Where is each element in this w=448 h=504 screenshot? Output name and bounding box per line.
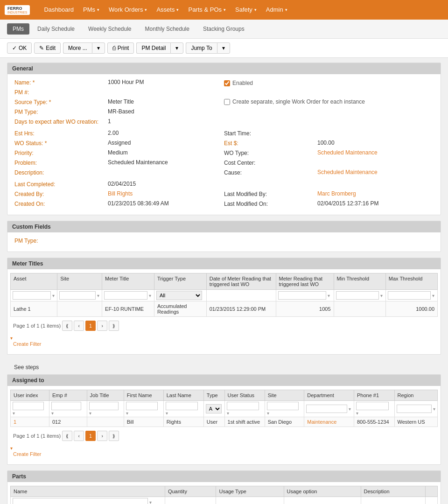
filter-site-icon[interactable]: ▾ (97, 293, 99, 298)
col-site: Site (265, 390, 304, 401)
filter-min-threshold-icon[interactable]: ▾ (380, 293, 383, 298)
filter-site[interactable] (59, 291, 96, 300)
nav-dashboard[interactable]: Dashboard (39, 0, 78, 20)
pm-detail-button[interactable]: PM Detail (136, 42, 170, 54)
meter-titles-current-page[interactable]: 1 (85, 321, 96, 331)
assigned-to-next-page[interactable]: › (97, 431, 107, 441)
priority-label: Priority: (14, 149, 108, 156)
print-button[interactable]: ⎙ Print (107, 42, 134, 54)
col-user-status: User Status (224, 390, 265, 401)
assigned-to-table: User index Emp # Job Title First Name La… (10, 390, 438, 427)
subnav-weekly-schedule[interactable]: Weekly Schedule (83, 23, 137, 35)
created-by-value: Bill Rights (108, 190, 133, 197)
more-arrow-button[interactable]: ▾ (92, 42, 105, 54)
col-parts-usage-option: Usage option (284, 486, 361, 497)
mt-meter-title: EF-10 RUNTIME (102, 301, 154, 317)
last-modified-on-value: 02/04/2015 12:37:16 PM (317, 200, 378, 207)
col-last-name: Last Name (163, 390, 203, 401)
nav-admin-arrow: ▾ (285, 0, 287, 20)
filter-user-index[interactable] (13, 402, 44, 410)
meter-titles-header-row: Asset Site Meter Title Trigger Type Date… (11, 273, 438, 290)
meter-titles-prev-page[interactable]: ‹ (74, 321, 84, 331)
filter-phone-icon[interactable]: ▾ (356, 411, 358, 416)
filter-type[interactable]: All User (206, 404, 222, 413)
filter-user-status-icon[interactable]: ▾ (227, 411, 229, 416)
meter-titles-first-page[interactable]: ⟪ (62, 321, 72, 331)
filter-department[interactable] (306, 405, 347, 413)
create-filter-at-icon: ▾ (10, 446, 13, 451)
nav-assets[interactable]: Assets ▾ (152, 0, 183, 20)
cost-center-label: Cost Center: (224, 159, 317, 166)
filter-last-name[interactable] (166, 402, 198, 410)
filter-min-threshold[interactable] (336, 291, 379, 300)
meter-titles-pagination: Page 1 of 1 (1 items) ⟪ ‹ 1 › ⟫ (10, 317, 438, 335)
parts-section: Parts Name Quantity Usage Type Usage opt… (7, 470, 441, 504)
filter-meter-reading-icon[interactable]: ▾ (328, 293, 330, 298)
filter-max-threshold[interactable] (388, 291, 431, 300)
at-job-title (87, 417, 124, 427)
meter-titles-last-page[interactable]: ⟫ (109, 321, 119, 331)
assigned-to-first-page[interactable]: ⟪ (62, 431, 72, 441)
filter-job-title-icon[interactable]: ▾ (89, 411, 91, 416)
col-date-reading: Date of Meter Reading that triggered las… (206, 273, 276, 290)
filter-first-name[interactable] (126, 402, 158, 410)
meter-titles-next-page[interactable]: › (97, 321, 107, 331)
subnav-monthly-schedule[interactable]: Monthly Schedule (140, 23, 195, 35)
subnav-daily-schedule[interactable]: Daily Schedule (32, 23, 80, 35)
filter-meter-title[interactable] (104, 291, 147, 300)
filter-at-site-icon[interactable]: ▾ (267, 411, 269, 416)
create-filter-meter-link[interactable]: Create Filter (10, 341, 438, 350)
nav-work-orders[interactable]: Work Orders ▾ (104, 0, 152, 20)
subnav-pms[interactable]: PMs (7, 23, 29, 35)
filter-trigger-type[interactable]: All Accumulated Readings (156, 291, 202, 300)
filter-meter-reading[interactable] (278, 291, 327, 300)
jump-to-arrow-button[interactable]: ▾ (217, 42, 230, 54)
nav-assets-arrow: ▾ (176, 0, 179, 20)
filter-first-name-icon[interactable]: ▾ (126, 411, 128, 416)
filter-last-name-icon[interactable]: ▾ (166, 411, 168, 416)
filter-user-status[interactable] (227, 402, 259, 410)
custom-fields-header: Custom Fields (7, 221, 441, 232)
nav-safety[interactable]: Safety ▾ (231, 0, 261, 20)
filter-at-site[interactable] (267, 402, 299, 410)
nav-admin[interactable]: Admin ▾ (261, 0, 292, 20)
filter-region-icon[interactable]: ▾ (433, 406, 435, 412)
nav-parts-pos[interactable]: Parts & POs ▾ (183, 0, 231, 20)
pm-detail-arrow-button[interactable]: ▾ (170, 42, 183, 54)
filter-asset-icon[interactable]: ▾ (52, 293, 55, 298)
at-phone: 800-555-1234 (354, 417, 395, 427)
pm-type-label: PM Type: (14, 108, 108, 115)
assigned-to-current-page[interactable]: 1 (85, 431, 96, 441)
filter-parts-name-icon[interactable]: ▾ (149, 500, 152, 504)
parts-header: Parts (7, 471, 441, 482)
est-s-label: Est $: (224, 140, 317, 147)
subnav-stacking-groups[interactable]: Stacking Groups (197, 23, 250, 35)
ok-button[interactable]: ✓ OK (7, 42, 32, 54)
separate-wo-checkbox[interactable] (224, 99, 230, 105)
jump-to-button[interactable]: Jump To (186, 42, 217, 54)
filter-emp-icon[interactable]: ▾ (51, 411, 54, 416)
filter-region[interactable] (397, 405, 432, 413)
filter-job-title[interactable] (89, 402, 119, 410)
enabled-row: Enabled (224, 80, 253, 86)
assigned-to-prev-page[interactable]: ‹ (74, 431, 84, 441)
nav-parts-pos-arrow: ▾ (224, 0, 226, 20)
assigned-to-last-page[interactable]: ⟫ (109, 431, 119, 441)
filter-asset[interactable] (13, 291, 51, 300)
more-button[interactable]: More ... (63, 42, 92, 54)
last-modified-by-label: Last Modified By: (224, 190, 317, 197)
enabled-checkbox[interactable] (224, 80, 230, 86)
assigned-to-pagination-info: Page 1 of 1 (1 items) (13, 433, 61, 439)
priority-value: Medium (108, 149, 128, 156)
filter-parts-name[interactable] (13, 498, 148, 504)
assigned-to-row: 1 012 Bill Rights User 1st shift active … (11, 417, 438, 427)
filter-emp[interactable] (51, 402, 81, 410)
edit-button[interactable]: ✎ Edit (34, 42, 61, 54)
nav-pms[interactable]: PMs ▾ (78, 0, 104, 20)
filter-phone[interactable] (356, 402, 389, 410)
filter-max-threshold-icon[interactable]: ▾ (432, 293, 434, 298)
filter-user-index-icon[interactable]: ▾ (13, 411, 15, 416)
filter-department-icon[interactable]: ▾ (349, 406, 351, 412)
create-filter-at-link[interactable]: Create Filter (10, 451, 438, 461)
filter-meter-title-icon[interactable]: ▾ (149, 293, 151, 298)
